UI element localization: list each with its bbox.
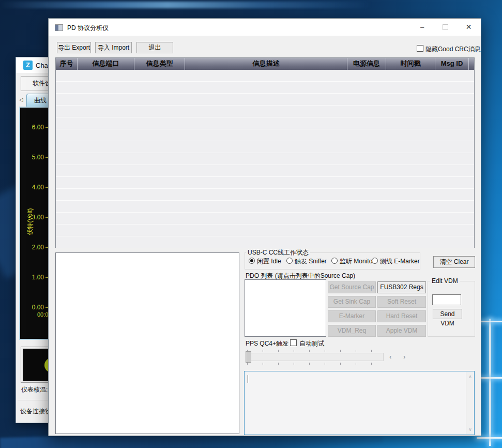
- meter-core-temp-label: 仪表核温:: [21, 385, 48, 394]
- scroll-down-icon[interactable]: ∨: [466, 427, 474, 432]
- emarker-button[interactable]: E-Marker: [328, 310, 376, 322]
- radio-emarker[interactable]: [372, 258, 378, 264]
- get-sink-cap-button[interactable]: Get Sink Cap: [328, 296, 376, 308]
- minimize-button[interactable]: –: [410, 19, 434, 36]
- y-tick-1: 1.00: [20, 274, 44, 281]
- log-text-area[interactable]: ∧ ∨: [244, 371, 475, 435]
- window-app-icon: [55, 24, 63, 31]
- window-title: PD 协议分析仪: [67, 24, 109, 33]
- column-header-power[interactable]: 电源信息: [347, 58, 386, 70]
- wallpaper-top-beam: [0, 2, 372, 8]
- y-tick-6: 6.00: [20, 124, 44, 131]
- import-button[interactable]: 导入 Import: [95, 42, 132, 53]
- export-button[interactable]: 导出 Export: [57, 42, 91, 53]
- pdo-list-box[interactable]: [245, 279, 326, 337]
- vdm-input-field[interactable]: [432, 294, 461, 305]
- column-header-port[interactable]: 信息端口: [78, 58, 134, 70]
- scroll-up-icon[interactable]: ∧: [466, 374, 474, 379]
- auto-test-checkbox[interactable]: [290, 339, 297, 346]
- table-body-empty[interactable]: [56, 70, 474, 248]
- minimize-icon: –: [420, 23, 424, 31]
- slider-ticks-top: [247, 350, 383, 352]
- maximize-icon: [443, 24, 448, 30]
- column-header-type[interactable]: 信息类型: [134, 58, 185, 70]
- column-header-msgid[interactable]: Msg ID: [435, 58, 469, 70]
- hide-crc-label: 隐藏Good CRC消息: [425, 45, 481, 54]
- radio-monitor-label[interactable]: 监听 Monitor: [340, 257, 374, 266]
- desktop: Z Charg 软件设 ◁ 曲线 6.00 5.00 4.00 3.00 2.0…: [0, 0, 502, 448]
- edit-vdm-group-title: Edit VDM: [430, 277, 460, 285]
- table-header: 序号 信息端口 信息类型 信息描述 电源信息 时间戳 Msg ID: [56, 58, 474, 70]
- pps-slider[interactable]: [246, 353, 384, 361]
- hide-crc-checkbox[interactable]: [417, 45, 423, 52]
- y-tick-4: 4.00: [20, 184, 44, 191]
- vdm-req-button[interactable]: VDM_Req: [328, 325, 376, 337]
- text-caret: [248, 375, 248, 383]
- cc-status-group-title: USB-C CC线工作状态: [246, 248, 310, 257]
- close-button[interactable]: ✕: [457, 19, 480, 36]
- maximize-button[interactable]: [434, 19, 457, 36]
- wallpaper-glow-line-h3: [477, 437, 502, 439]
- pd-analyzer-window: PD 协议分析仪 – ✕ 导出 Export 导入 Import 退出 隐藏Go…: [48, 18, 481, 436]
- y-tick-5: 5.00: [20, 154, 44, 161]
- column-header-time[interactable]: 时间戳: [386, 58, 435, 70]
- column-header-desc[interactable]: 信息描述: [185, 58, 347, 70]
- y-axis-label: 伏特(Volt): [26, 193, 35, 250]
- wallpaper-glow-line-h2: [480, 377, 502, 379]
- radio-sniffer-label[interactable]: 触发 Sniffer: [295, 257, 327, 266]
- x-tick-time: 00:0: [37, 311, 48, 318]
- auto-test-label[interactable]: 自动测试: [299, 339, 324, 348]
- send-vdm-button[interactable]: Send VDM: [433, 309, 462, 319]
- slider-next-icon[interactable]: ›: [403, 353, 405, 361]
- wallpaper-glow-line-h1: [480, 321, 502, 322]
- slider-prev-icon[interactable]: ‹: [389, 353, 391, 361]
- fusb302-regs-button[interactable]: FUSB302 Regs: [377, 281, 426, 293]
- apple-vdm-button[interactable]: Apple VDM: [377, 325, 426, 337]
- y-tick-0: 0.00: [20, 304, 44, 311]
- soft-reset-button[interactable]: Soft Reset: [377, 296, 426, 308]
- slider-ticks-bottom: [247, 363, 383, 365]
- radio-emarker-label[interactable]: 测线 E-Marker: [380, 257, 420, 266]
- charger-app-logo-icon: Z: [23, 61, 33, 70]
- clear-button[interactable]: 清空 Clear: [433, 256, 475, 268]
- exit-button[interactable]: 退出: [136, 42, 173, 53]
- close-icon: ✕: [466, 23, 472, 31]
- radio-monitor[interactable]: [331, 258, 338, 264]
- wallpaper-glow-line-vertical: [489, 319, 491, 446]
- device-connection-label: 设备连接状: [20, 407, 51, 416]
- tab-back-arrow-icon[interactable]: ◁: [19, 97, 23, 102]
- get-source-cap-button[interactable]: Get Source Cap: [328, 281, 376, 293]
- log-scrollbar[interactable]: ∧ ∨: [466, 372, 474, 434]
- slider-handle[interactable]: [246, 351, 251, 363]
- radio-idle[interactable]: [249, 258, 255, 264]
- column-header-spacer: [469, 58, 474, 70]
- detail-list-box[interactable]: [55, 252, 239, 434]
- radio-idle-label[interactable]: 闲置 Idle: [257, 257, 281, 266]
- hard-reset-button[interactable]: Hard Reset: [377, 310, 426, 322]
- message-table[interactable]: 序号 信息端口 信息类型 信息描述 电源信息 时间戳 Msg ID: [55, 57, 475, 248]
- radio-sniffer[interactable]: [286, 258, 293, 264]
- column-header-index[interactable]: 序号: [56, 58, 78, 70]
- pps-trigger-label: PPS QC4+触发: [246, 339, 288, 348]
